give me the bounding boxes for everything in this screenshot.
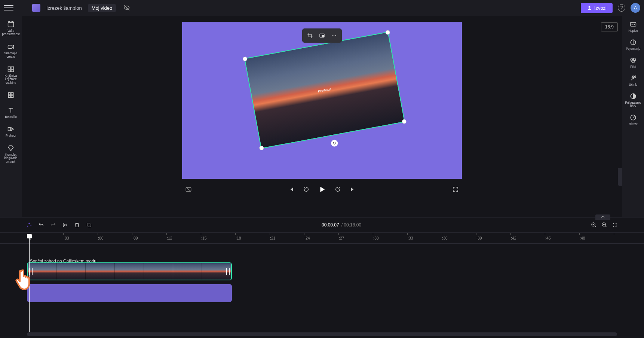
- resize-handle-tr[interactable]: [385, 30, 390, 35]
- nav-library-label: Knjižnica knjižnice vsebine: [1, 74, 21, 85]
- next-frame-icon[interactable]: [349, 186, 356, 193]
- svg-point-14: [334, 35, 334, 36]
- play-button[interactable]: [318, 185, 326, 194]
- resize-handle-br[interactable]: [402, 119, 407, 124]
- crop-icon[interactable]: [305, 31, 315, 40]
- visibility-off-icon[interactable]: [123, 4, 131, 12]
- delete-icon[interactable]: [74, 222, 80, 228]
- nav-record-label: Snemaj & create: [1, 52, 21, 59]
- aspect-ratio-selector[interactable]: 16:9: [601, 22, 618, 31]
- svg-rect-2: [8, 67, 11, 69]
- panel-filters[interactable]: Filtri: [623, 55, 643, 70]
- nav-media[interactable]: Vaša predstavnost: [1, 19, 21, 38]
- background-track[interactable]: [27, 284, 232, 302]
- project-name-input[interactable]: Moj video: [88, 4, 116, 12]
- user-avatar[interactable]: A: [631, 3, 640, 13]
- svg-rect-1: [8, 45, 12, 48]
- panel-fade[interactable]: Pojemanje: [623, 37, 643, 52]
- nav-text[interactable]: Besedilo: [1, 105, 21, 121]
- panel-effects[interactable]: Učinki: [623, 73, 643, 88]
- timeline-scrollbar[interactable]: [27, 332, 617, 336]
- svg-rect-5: [11, 70, 14, 71]
- panel-expand-tab[interactable]: [618, 168, 622, 186]
- selected-clip[interactable]: Predloga: [244, 31, 405, 149]
- ruler-tick: :12: [167, 233, 172, 243]
- ruler-tick: :15: [201, 233, 207, 243]
- resize-handle-tl[interactable]: [242, 56, 248, 61]
- app-logo: [32, 4, 40, 12]
- svg-point-13: [332, 35, 332, 36]
- svg-rect-7: [11, 92, 13, 95]
- stage: 16:9 Predloga: [22, 16, 622, 217]
- duplicate-icon[interactable]: [86, 222, 92, 228]
- svg-rect-4: [8, 70, 11, 71]
- ruler-tick: :39: [476, 233, 482, 243]
- svg-rect-6: [8, 92, 10, 95]
- nav-brandkit[interactable]: Komplet blagovnih znamk: [1, 143, 21, 165]
- export-button[interactable]: Izvozi: [581, 3, 613, 13]
- svg-rect-0: [8, 22, 14, 27]
- ruler-tick: :18: [236, 233, 241, 243]
- pointing-hand-cursor: [13, 268, 34, 291]
- right-sidebar: Napise Pojemanje Filtri Učinki Prilagaja…: [622, 16, 644, 217]
- redo-icon[interactable]: [50, 222, 56, 228]
- split-icon[interactable]: [62, 222, 68, 228]
- ruler-tick: :27: [339, 233, 344, 243]
- timeline-ruler[interactable]: 0:03:06:09:12:15:18:21:24:27:30:33:36:39…: [0, 232, 644, 244]
- svg-rect-9: [11, 95, 13, 98]
- svg-point-24: [63, 223, 64, 224]
- svg-point-25: [63, 226, 64, 227]
- zoom-in-icon[interactable]: [601, 222, 607, 228]
- zoom-fit-icon[interactable]: [612, 222, 618, 228]
- ruler-tick: :30: [373, 233, 379, 243]
- timeline-time: 00:00.07 / 00:18.00: [322, 222, 361, 228]
- preview-canvas[interactable]: Predloga: [182, 22, 462, 179]
- ruler-tick: :03: [64, 233, 69, 243]
- panel-color[interactable]: Prilagajanje barv: [623, 91, 643, 110]
- timeline-tracks[interactable]: Sončni zahod na Galileskem morju: [0, 244, 644, 329]
- pip-icon[interactable]: [317, 31, 327, 40]
- ruler-tick: :24: [304, 233, 310, 243]
- panel-speed[interactable]: Hitrost: [623, 112, 643, 128]
- skip-back-icon[interactable]: [303, 186, 310, 193]
- left-sidebar: Vaša predstavnost Snemaj & create Knjižn…: [0, 16, 22, 217]
- ruler-tick: :36: [442, 233, 448, 243]
- current-time: 00:00.07: [322, 222, 339, 228]
- nav-templates[interactable]: [1, 89, 21, 102]
- ruler-tick: :45: [545, 233, 551, 243]
- ruler-tick: :48: [580, 233, 585, 243]
- playback-controls: [182, 181, 462, 198]
- export-label: Izvozi: [594, 5, 607, 11]
- timeline-section: 00:00.07 / 00:18.00 0:03:06:09:12:15:18:…: [0, 217, 644, 338]
- nav-text-label: Besedilo: [5, 115, 16, 119]
- menu-button[interactable]: [4, 3, 13, 13]
- help-button[interactable]: ?: [618, 4, 625, 12]
- total-duration: 00:18.00: [344, 222, 361, 228]
- fullscreen-icon[interactable]: [452, 186, 459, 193]
- nav-transitions-label: Prehodi: [6, 134, 16, 137]
- safe-zone-icon[interactable]: [185, 186, 192, 193]
- ruler-tick: :21: [270, 233, 276, 243]
- nav-brandkit-label: Komplet blagovnih znamk: [1, 153, 21, 164]
- svg-rect-12: [322, 35, 324, 36]
- timeline-collapse-button[interactable]: [595, 214, 610, 220]
- panel-captions[interactable]: Napise: [623, 19, 643, 34]
- prev-frame-icon[interactable]: [288, 186, 295, 193]
- clip-overlay-label: Predloga: [318, 87, 331, 93]
- svg-rect-3: [11, 67, 14, 69]
- undo-icon[interactable]: [38, 222, 44, 228]
- nav-transitions[interactable]: Prehodi: [1, 124, 21, 139]
- magic-icon[interactable]: [26, 222, 32, 228]
- topbar: Izrezek šampion Moj video Izvozi ? A: [0, 0, 644, 16]
- svg-rect-26: [88, 224, 91, 227]
- ruler-tick: :06: [98, 233, 104, 243]
- zoom-out-icon[interactable]: [591, 222, 597, 228]
- resize-handle-bl[interactable]: [259, 145, 264, 150]
- ruler-tick: :33: [408, 233, 413, 243]
- skip-forward-icon[interactable]: [334, 186, 341, 193]
- video-clip-track[interactable]: [27, 262, 232, 280]
- nav-library[interactable]: Knjižnica knjižnice vsebine: [1, 64, 21, 86]
- nav-record[interactable]: Snemaj & create: [1, 41, 21, 61]
- rotate-handle[interactable]: [331, 139, 338, 147]
- more-icon[interactable]: [329, 31, 339, 40]
